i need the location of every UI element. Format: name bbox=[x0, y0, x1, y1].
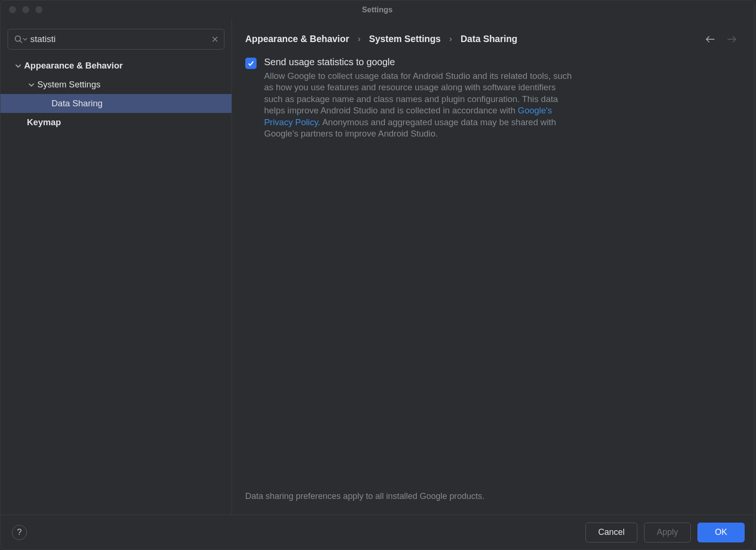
search-box[interactable] bbox=[8, 29, 224, 50]
minimize-icon[interactable] bbox=[22, 6, 29, 13]
option-send-usage-statistics: Send usage statistics to google Allow Go… bbox=[245, 57, 741, 139]
ok-button[interactable]: OK bbox=[697, 523, 745, 542]
option-label[interactable]: Send usage statistics to google bbox=[264, 57, 741, 68]
forward-icon bbox=[727, 35, 737, 43]
search-wrap bbox=[0, 23, 232, 56]
maximize-icon[interactable] bbox=[35, 6, 43, 13]
sidebar-item-system-settings[interactable]: System Settings bbox=[0, 75, 232, 94]
sidebar: Appearance & Behavior System Settings Da… bbox=[0, 18, 232, 515]
settings-tree: Appearance & Behavior System Settings Da… bbox=[0, 56, 232, 515]
option-text: Send usage statistics to google Allow Go… bbox=[264, 57, 741, 139]
close-icon[interactable] bbox=[9, 6, 16, 13]
sidebar-item-label: Keymap bbox=[27, 117, 61, 128]
breadcrumb-sep: › bbox=[449, 34, 452, 44]
titlebar: Settings bbox=[0, 0, 754, 18]
cancel-button[interactable]: Cancel bbox=[585, 523, 637, 542]
nav-arrows bbox=[705, 35, 737, 43]
checkbox-send-usage-statistics[interactable] bbox=[245, 58, 257, 69]
chevron-down-icon bbox=[27, 82, 35, 88]
main-panel: Appearance & Behavior › System Settings … bbox=[232, 18, 754, 515]
main-body: Send usage statistics to google Allow Go… bbox=[232, 53, 754, 515]
breadcrumb-sep: › bbox=[358, 34, 361, 44]
search-icon bbox=[14, 34, 27, 44]
settings-window: Settings bbox=[0, 0, 755, 550]
body-wrap: Appearance & Behavior System Settings Da… bbox=[0, 18, 754, 550]
content-split: Appearance & Behavior System Settings Da… bbox=[0, 18, 754, 515]
breadcrumb-part[interactable]: System Settings bbox=[369, 34, 441, 44]
breadcrumb-part[interactable]: Appearance & Behavior bbox=[245, 34, 349, 44]
apply-button: Apply bbox=[644, 523, 691, 542]
option-description: Allow Google to collect usage data for A… bbox=[264, 70, 576, 139]
breadcrumb-current: Data Sharing bbox=[461, 34, 517, 44]
back-icon[interactable] bbox=[705, 35, 715, 43]
sidebar-item-appearance-behavior[interactable]: Appearance & Behavior bbox=[0, 56, 232, 75]
help-icon: ? bbox=[17, 527, 22, 537]
traffic-lights bbox=[9, 6, 43, 13]
footer: ? Cancel Apply OK bbox=[0, 515, 754, 550]
clear-icon[interactable] bbox=[212, 36, 218, 43]
header-row: Appearance & Behavior › System Settings … bbox=[232, 18, 754, 53]
svg-point-0 bbox=[15, 36, 20, 41]
footer-note: Data sharing preferences apply to all in… bbox=[245, 491, 741, 515]
window-title: Settings bbox=[362, 5, 393, 14]
breadcrumb: Appearance & Behavior › System Settings … bbox=[245, 34, 517, 44]
check-icon bbox=[247, 60, 255, 67]
search-input[interactable] bbox=[30, 34, 212, 44]
sidebar-item-label: Appearance & Behavior bbox=[24, 60, 123, 71]
chevron-down-icon bbox=[14, 63, 22, 69]
sidebar-item-keymap[interactable]: Keymap bbox=[0, 113, 232, 132]
sidebar-item-label: Data Sharing bbox=[52, 98, 103, 109]
svg-line-1 bbox=[20, 41, 22, 43]
help-button[interactable]: ? bbox=[12, 525, 27, 540]
sidebar-item-data-sharing[interactable]: Data Sharing bbox=[0, 94, 232, 113]
sidebar-item-label: System Settings bbox=[37, 79, 101, 90]
